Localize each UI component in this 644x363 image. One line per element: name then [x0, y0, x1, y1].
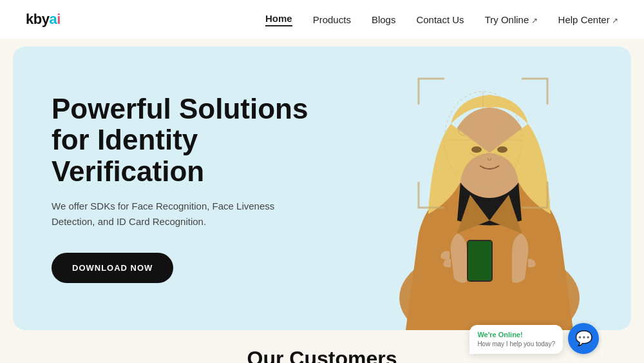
nav-home[interactable]: Home: [265, 13, 292, 26]
svg-rect-14: [468, 241, 491, 280]
logo-b: b: [33, 11, 42, 27]
hero-title: Powerful Solutions for Identity Verifica…: [52, 93, 309, 187]
logo-y: y: [42, 11, 50, 27]
nav-products[interactable]: Products: [313, 14, 351, 25]
chat-online-label: We're Online!: [477, 330, 555, 340]
chat-widget: We're Online! How may I help you today? …: [469, 323, 599, 354]
chat-help-text: How may I help you today?: [477, 340, 555, 349]
chat-open-button[interactable]: 💬: [568, 323, 599, 354]
hero-content: Powerful Solutions for Identity Verifica…: [13, 93, 348, 283]
face-recognition-overlay: [412, 72, 554, 214]
nav-try-online[interactable]: Try Online: [485, 14, 538, 25]
nav-help-center[interactable]: Help Center: [558, 14, 618, 25]
hero-subtitle: We offer SDKs for Face Recognition, Face…: [52, 199, 309, 230]
download-now-button[interactable]: DOWNLOAD NOW: [52, 253, 173, 283]
chat-icon: 💬: [575, 330, 592, 347]
logo[interactable]: kbyai: [26, 11, 61, 28]
logo-i: i: [57, 11, 61, 27]
svg-point-5: [462, 129, 465, 132]
logo-a: a: [49, 11, 57, 27]
hero-section: Powerful Solutions for Identity Verifica…: [13, 46, 631, 330]
logo-k: k: [26, 11, 33, 27]
svg-point-7: [482, 145, 484, 148]
nav-contact-us[interactable]: Contact Us: [416, 14, 464, 25]
main-nav: Home Products Blogs Contact Us Try Onlin…: [265, 13, 618, 26]
header: kbyai Home Products Blogs Contact Us Try…: [0, 0, 644, 39]
chat-bubble: We're Online! How may I help you today?: [469, 325, 563, 354]
nav-blogs[interactable]: Blogs: [372, 14, 396, 25]
svg-point-6: [501, 129, 504, 132]
